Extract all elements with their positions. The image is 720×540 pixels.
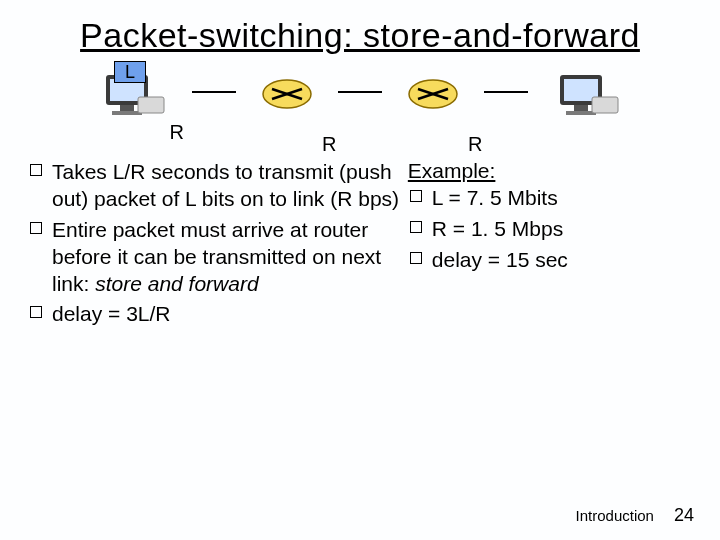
computer-icon bbox=[554, 65, 620, 119]
slide: Packet-switching: store-and-forward L R … bbox=[0, 0, 720, 540]
router-2: R bbox=[408, 77, 458, 111]
svg-rect-3 bbox=[112, 111, 142, 115]
host-left: L R bbox=[100, 65, 166, 144]
router-icon bbox=[408, 77, 458, 111]
bullet-item: Takes L/R seconds to transmit (push out)… bbox=[28, 159, 400, 213]
link-1 bbox=[192, 91, 236, 93]
link-rate-label-2: R bbox=[322, 133, 336, 156]
example-item: delay = 15 sec bbox=[408, 247, 674, 274]
slide-title: Packet-switching: store-and-forward bbox=[28, 16, 692, 55]
left-bullet-list: Takes L/R seconds to transmit (push out)… bbox=[28, 159, 400, 328]
example-bullet-list: L = 7. 5 MbitsR = 1. 5 Mbpsdelay = 15 se… bbox=[408, 185, 674, 274]
bullet-text: delay = 3L/R bbox=[52, 302, 171, 325]
svg-rect-15 bbox=[592, 97, 618, 113]
content-columns: Takes L/R seconds to transmit (push out)… bbox=[28, 159, 692, 332]
example-item: L = 7. 5 Mbits bbox=[408, 185, 674, 212]
link-rate-label-1: R bbox=[170, 121, 184, 144]
bullet-item: delay = 3L/R bbox=[28, 301, 400, 328]
host-right bbox=[554, 65, 620, 119]
footer-page-number: 24 bbox=[674, 505, 694, 526]
link-rate-label-3: R bbox=[468, 133, 482, 156]
footer-section: Introduction bbox=[576, 507, 654, 524]
example-item: R = 1. 5 Mbps bbox=[408, 216, 674, 243]
bullet-text: Takes L/R seconds to transmit (push out)… bbox=[52, 160, 399, 210]
link-2 bbox=[338, 91, 382, 93]
diagram: L R R bbox=[28, 65, 692, 149]
router-1: R bbox=[262, 77, 312, 111]
packet-label: L bbox=[114, 61, 146, 83]
bullet-italic: store and forward bbox=[95, 272, 258, 295]
bullet-item: Entire packet must arrive at router befo… bbox=[28, 217, 400, 298]
right-column: Example: L = 7. 5 MbitsR = 1. 5 Mbpsdela… bbox=[408, 159, 674, 332]
example-heading: Example: bbox=[408, 159, 674, 183]
svg-rect-14 bbox=[566, 111, 596, 115]
router-icon bbox=[262, 77, 312, 111]
svg-rect-4 bbox=[138, 97, 164, 113]
slide-footer: Introduction 24 bbox=[576, 505, 694, 526]
link-3 bbox=[484, 91, 528, 93]
left-column: Takes L/R seconds to transmit (push out)… bbox=[28, 159, 400, 332]
